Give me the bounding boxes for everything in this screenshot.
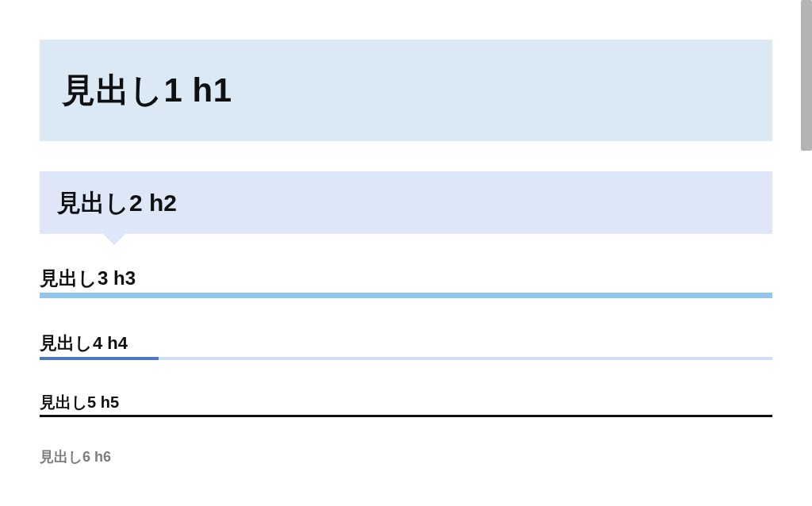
- scrollbar-thumb[interactable]: [801, 0, 812, 151]
- heading-5-underline: [40, 415, 772, 417]
- heading-3-block: 見出し3 h3: [40, 266, 772, 298]
- heading-1-text: 見出し1 h1: [62, 68, 750, 113]
- heading-2-text: 見出し2 h2: [57, 187, 755, 220]
- heading-3-text: 見出し3 h3: [40, 266, 772, 293]
- heading-2-block: 見出し2 h2: [40, 171, 772, 234]
- heading-6-text: 見出し6 h6: [40, 447, 772, 466]
- heading-4-text: 見出し4 h4: [40, 332, 772, 357]
- heading-5-text: 見出し5 h5: [40, 392, 772, 415]
- heading-6-block: 見出し6 h6: [40, 447, 772, 466]
- heading-1-block: 見出し1 h1: [40, 40, 772, 141]
- heading-3-underline: [40, 293, 772, 298]
- heading-4-block: 見出し4 h4: [40, 332, 772, 360]
- heading-5-block: 見出し5 h5: [40, 392, 772, 417]
- heading-4-underline: [40, 357, 772, 360]
